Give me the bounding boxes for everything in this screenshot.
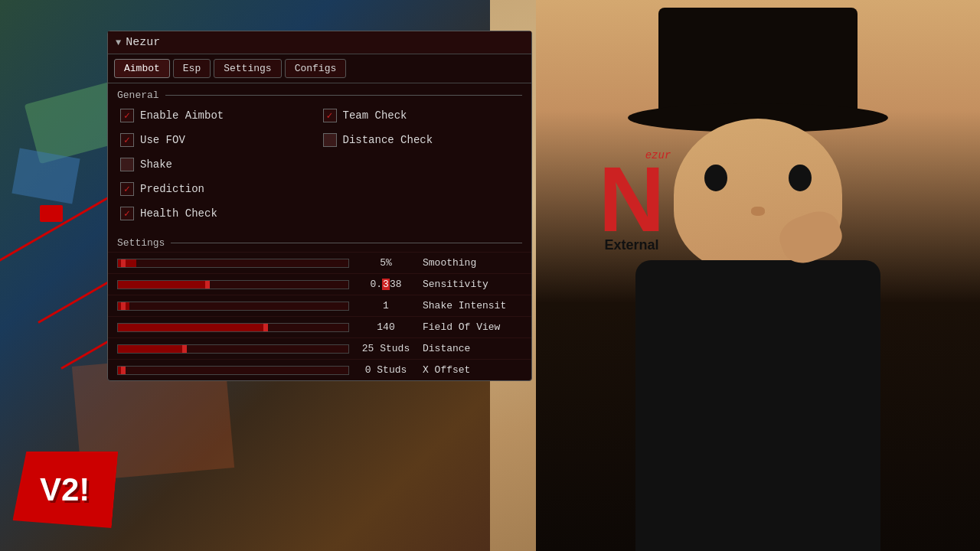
checkbox-use-fov[interactable]: ✓ xyxy=(120,133,134,147)
checkbox-distance-check[interactable] xyxy=(323,133,337,147)
slider-row-x-offset: 0 Studs X Offset xyxy=(108,359,531,380)
label-shake-intensity: Shake Intensit xyxy=(423,300,522,311)
label-sensitivity: Sensitivity xyxy=(423,279,522,290)
slider-thumb-distance xyxy=(182,345,187,353)
slider-fill-sensitivity xyxy=(118,281,210,289)
slider-row-distance: 25 Studs Distance xyxy=(108,337,531,359)
label-enable-aimbot: Enable Aimbot xyxy=(140,109,224,122)
settings-section: Settings 5% Smoothing 0.338 Sensitivity xyxy=(108,231,531,380)
title-arrow: ▼ xyxy=(116,37,121,48)
slider-row-fov: 140 Field Of View xyxy=(108,316,531,337)
section-line xyxy=(165,95,522,96)
value-smoothing: 5% xyxy=(355,257,416,269)
label-distance-check: Distance Check xyxy=(343,134,433,146)
hat-crown xyxy=(658,8,858,115)
checkbox-row-distance-check[interactable]: Distance Check xyxy=(320,129,523,152)
label-fov: Field Of View xyxy=(423,321,522,333)
slider-thumb-shake-intensity xyxy=(121,302,126,310)
slider-smoothing[interactable] xyxy=(117,259,349,268)
checkbox-row-enable-aimbot[interactable]: ✓ Enable Aimbot xyxy=(117,104,320,127)
nezur-logo: N ezur External xyxy=(329,153,934,253)
v2-badge: V2! xyxy=(12,452,119,528)
slider-shake-intensity[interactable] xyxy=(117,302,349,311)
label-health-check: Health Check xyxy=(140,207,217,220)
checkbox-shake[interactable] xyxy=(120,158,134,171)
slider-row-shake-intensity: 1 Shake Intensit xyxy=(108,295,531,316)
label-use-fov: Use FOV xyxy=(140,134,185,146)
slider-row-smoothing: 5% Smoothing xyxy=(108,252,531,273)
value-x-offset: 0 Studs xyxy=(355,364,416,376)
nezur-n-letter: N xyxy=(599,148,665,250)
tab-settings[interactable]: Settings xyxy=(214,59,281,78)
slider-thumb-x-offset xyxy=(121,367,126,374)
value-sensitivity: 0.338 xyxy=(355,279,416,290)
slider-fov[interactable] xyxy=(117,323,349,332)
slider-thumb-smoothing xyxy=(121,259,126,267)
label-shake: Shake xyxy=(140,158,172,171)
slider-distance[interactable] xyxy=(117,344,349,354)
checkbox-row-prediction[interactable]: ✓ Prediction xyxy=(117,178,320,201)
slider-thumb-fov xyxy=(263,324,268,331)
checkbox-col-left: ✓ Enable Aimbot ✓ Use FOV Shake ✓ Predic… xyxy=(117,104,320,225)
value-fov: 140 xyxy=(355,321,416,333)
slider-thumb-sensitivity xyxy=(205,281,210,289)
tab-bar: Aimbot Esp Settings Configs xyxy=(108,54,531,83)
general-header: General xyxy=(108,83,531,104)
v2-text: V2! xyxy=(40,471,90,508)
slider-sensitivity[interactable] xyxy=(117,280,349,289)
label-distance: Distance xyxy=(423,343,522,354)
titlebar: ▼ Nezur xyxy=(108,31,531,54)
value-distance: 25 Studs xyxy=(355,343,416,354)
tab-aimbot[interactable]: Aimbot xyxy=(114,59,170,78)
red-box xyxy=(40,205,63,222)
checkbox-row-shake[interactable]: Shake xyxy=(117,153,320,176)
label-x-offset: X Offset xyxy=(423,364,522,376)
slider-fill-fov xyxy=(118,324,268,331)
slider-x-offset[interactable] xyxy=(117,366,349,375)
slider-row-sensitivity: 0.338 Sensitivity xyxy=(108,273,531,295)
tab-configs[interactable]: Configs xyxy=(285,59,347,78)
checkbox-row-health-check[interactable]: ✓ Health Check xyxy=(117,202,320,225)
checkbox-prediction[interactable]: ✓ xyxy=(120,182,134,196)
label-smoothing: Smoothing xyxy=(423,257,522,269)
label-prediction: Prediction xyxy=(140,183,204,195)
nezur-text: ezur xyxy=(645,149,671,161)
checkbox-enable-aimbot[interactable]: ✓ xyxy=(120,109,134,122)
checkbox-row-use-fov[interactable]: ✓ Use FOV xyxy=(117,129,320,152)
label-team-check: Team Check xyxy=(343,109,407,122)
tab-esp[interactable]: Esp xyxy=(173,59,211,78)
checkbox-team-check[interactable]: ✓ xyxy=(323,109,337,122)
value-shake-intensity: 1 xyxy=(355,300,416,311)
bg-shape-2 xyxy=(11,148,80,204)
checkbox-health-check[interactable]: ✓ xyxy=(120,207,134,220)
person-area xyxy=(536,0,980,551)
slider-fill-distance xyxy=(118,345,187,353)
window-title: Nezur xyxy=(126,36,160,49)
body xyxy=(635,260,880,551)
checkbox-row-team-check[interactable]: ✓ Team Check xyxy=(320,104,523,127)
